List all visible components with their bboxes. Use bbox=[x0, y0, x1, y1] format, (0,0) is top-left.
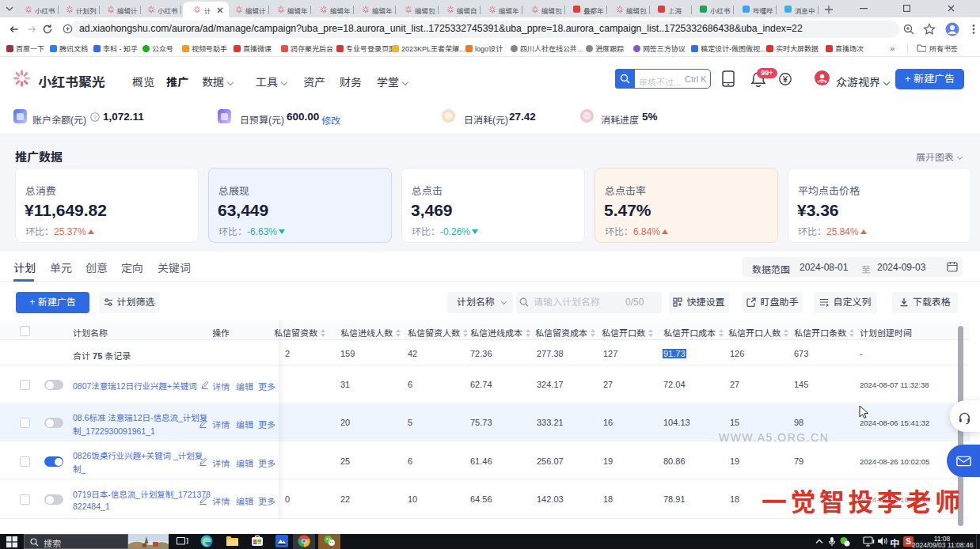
svg-text:?: ? bbox=[93, 114, 97, 121]
svg-text:小红书: 小红书 bbox=[817, 80, 827, 84]
